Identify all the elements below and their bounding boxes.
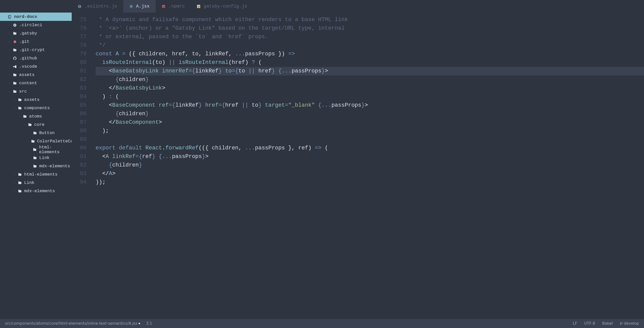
status-branch[interactable]: develop (620, 321, 639, 326)
code-line[interactable]: </BaseGatsbyLink> (96, 84, 644, 93)
code-line[interactable]: isRouteInternal(to) || isRouteInternal(h… (96, 58, 644, 67)
chevron-icon: › (28, 148, 31, 151)
tab--eslintrc-js[interactable]: .eslintrc.js (72, 0, 123, 13)
tree-item-components[interactable]: ›components (0, 104, 72, 112)
chevron-icon: › (28, 165, 31, 168)
svg-text:JS: JS (198, 6, 200, 8)
folder-icon (13, 89, 17, 94)
tree-item-html-elements[interactable]: ›html-elements (0, 170, 72, 179)
code-content[interactable]: * A dynamic and failsafe component which… (96, 13, 644, 319)
code-line[interactable]: * `<a>` (anchor) or a "Gatsby Link" base… (96, 24, 644, 33)
status-line-ending[interactable]: LF (573, 321, 577, 326)
status-cursor[interactable]: 3:1 (146, 321, 152, 326)
code-line[interactable]: {children} (96, 75, 644, 84)
tree-root-label: nord-docs (14, 14, 37, 19)
tree-item-label: atoms (29, 114, 42, 119)
folder-icon (33, 131, 37, 135)
tree-item-label: assets (19, 72, 34, 77)
chevron-icon: › (8, 40, 11, 44)
code-line[interactable]: <BaseGatsbyLink innerRef={linkRef} to={t… (96, 67, 644, 75)
code-line[interactable]: ) : ( (96, 93, 644, 101)
folder-icon (31, 139, 35, 144)
tree-item-github[interactable]: ›.github (0, 54, 72, 62)
tree-item-label: mdx-elements (39, 164, 70, 169)
tree-item-html-elements[interactable]: ›html-elements (0, 145, 72, 154)
code-line[interactable]: </A> (96, 170, 644, 178)
folder-icon (18, 98, 22, 102)
code-line[interactable]: * A dynamic and failsafe component which… (96, 16, 644, 24)
code-editor[interactable]: 7576777879808182838485868788899091929394… (72, 13, 644, 319)
chevron-icon: › (13, 173, 16, 176)
tree-root[interactable]: nord-docs (0, 13, 72, 21)
github-icon (13, 56, 17, 61)
code-line[interactable]: <A linkRef={ref} {...passProps}> (96, 152, 644, 161)
folder-icon (33, 164, 37, 169)
status-path: src/components/atoms/core/html-elements/… (5, 321, 140, 326)
tree-item-vscode[interactable]: ›.vscode (0, 62, 72, 71)
svg-point-3 (14, 24, 16, 26)
chevron-icon: › (13, 181, 16, 185)
tab-label: .eslintrc.js (85, 4, 117, 9)
tree-item-Link[interactable]: ›Link (0, 179, 72, 187)
folder-icon (18, 189, 22, 193)
tab-A-jsx[interactable]: A.jsx (123, 0, 156, 13)
status-bar: src/components/atoms/core/html-elements/… (0, 319, 644, 328)
chevron-icon: › (13, 189, 16, 193)
tab-gatsby-config-js[interactable]: JSgatsby-config.js (191, 0, 253, 13)
folder-icon (28, 122, 32, 127)
chevron-icon: › (8, 90, 11, 93)
folder-icon (23, 114, 27, 119)
status-encoding[interactable]: UTF-8 (584, 321, 595, 326)
code-line[interactable]: * or external, passed to the `to` and `h… (96, 33, 644, 41)
file-tree-sidebar[interactable]: nord-docs ›.circleci›.gatsby›.git›.git-c… (0, 0, 72, 319)
tree-item-label: .vscode (19, 64, 37, 69)
status-language[interactable]: Babel (602, 321, 613, 326)
tree-item-mdx-elements[interactable]: ›mdx-elements (0, 162, 72, 170)
tree-item-src[interactable]: ›src (0, 87, 72, 96)
chevron-icon: › (28, 140, 29, 143)
code-line[interactable]: */ (96, 41, 644, 50)
tree-item-mdx-elements[interactable]: ›mdx-elements (0, 187, 72, 195)
chevron-icon: › (13, 98, 16, 102)
line-gutter: 7576777879808182838485868788899091929394 (72, 13, 96, 319)
chevron-icon: › (28, 156, 31, 160)
code-line[interactable]: )); (96, 178, 644, 187)
tree-item-assets[interactable]: ›assets (0, 96, 72, 104)
tree-item-git-crypt[interactable]: ›.git-crypt (0, 46, 72, 54)
tree-item-assets[interactable]: ›assets (0, 71, 72, 79)
tree-item-gatsby[interactable]: ›.gatsby (0, 29, 72, 37)
tree-item-git[interactable]: ›.git (0, 37, 72, 46)
svg-point-19 (622, 322, 623, 323)
tree-item-label: .git (19, 39, 29, 44)
chevron-icon: › (8, 73, 11, 77)
folder-icon (13, 48, 17, 52)
tree-item-content[interactable]: ›content (0, 79, 72, 87)
svg-point-12 (131, 6, 131, 7)
tree-item-circleci[interactable]: ›.circleci (0, 21, 72, 29)
modified-indicator-icon (139, 323, 140, 324)
tree-item-label: Link (24, 180, 34, 185)
code-line[interactable]: export default React.forwardRef(({ child… (96, 144, 644, 152)
svg-marker-8 (79, 6, 81, 7)
tree-item-ColorPaletteCard[interactable]: ›ColorPaletteCard (0, 137, 72, 145)
tab--npmrc[interactable]: .npmrc (156, 0, 191, 13)
folder-icon (33, 147, 37, 152)
svg-rect-0 (9, 15, 11, 18)
code-line[interactable]: </BaseComponent> (96, 118, 644, 127)
code-line[interactable]: {children} (96, 161, 644, 170)
folder-icon (13, 73, 17, 77)
code-line[interactable]: const A = ({ children, href, to, linkRef… (96, 50, 644, 58)
code-line[interactable] (96, 135, 644, 144)
js-icon: JS (197, 5, 200, 8)
tree-item-Link[interactable]: ›Link (0, 154, 72, 162)
folder-icon (18, 106, 22, 110)
code-line[interactable]: ); (96, 127, 644, 135)
tree-item-Button[interactable]: ›Button (0, 129, 72, 137)
chevron-icon: › (23, 123, 26, 127)
tree-item-label: .circleci (19, 23, 42, 27)
tree-item-atoms[interactable]: ›atoms (0, 112, 72, 120)
svg-point-5 (15, 42, 15, 43)
tree-item-core[interactable]: ›core (0, 120, 72, 129)
code-line[interactable]: {children} (96, 110, 644, 118)
code-line[interactable]: <BaseComponent ref={linkRef} href={href … (96, 101, 644, 110)
